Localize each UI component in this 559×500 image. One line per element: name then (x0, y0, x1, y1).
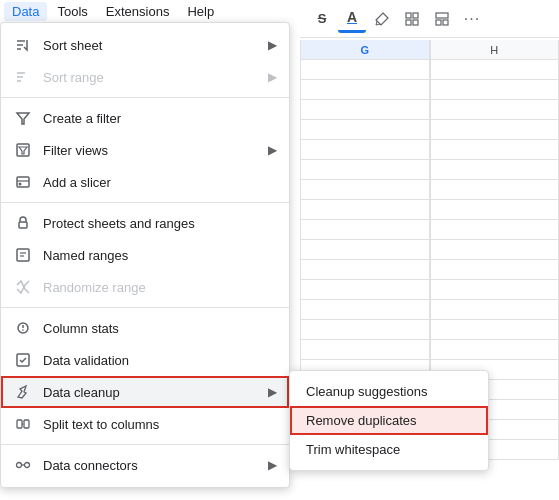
filter-icon (13, 108, 33, 128)
separator-2 (1, 202, 289, 203)
separator-1 (1, 97, 289, 98)
strikethrough-icon[interactable]: S (308, 5, 336, 33)
menu-item-tools[interactable]: Tools (49, 2, 95, 21)
svg-marker-15 (19, 147, 27, 154)
grid-cell (300, 300, 430, 319)
svg-rect-27 (17, 420, 22, 428)
grid-row (300, 300, 559, 320)
menu-add-slicer[interactable]: Add a slicer (1, 166, 289, 198)
split-text-label: Split text to columns (43, 417, 277, 432)
data-cleanup-label: Data cleanup (43, 385, 268, 400)
grid-row (300, 80, 559, 100)
sort-sheet-arrow: ▶ (268, 38, 277, 52)
column-headers: G H (300, 40, 559, 60)
grid-cell (430, 140, 560, 159)
data-connectors-arrow: ▶ (268, 458, 277, 472)
named-ranges-label: Named ranges (43, 248, 277, 263)
text-color-icon[interactable]: A (338, 5, 366, 33)
menu-data-connectors[interactable]: Data connectors ▶ (1, 449, 289, 481)
grid-cell (300, 320, 430, 339)
sort-range-arrow: ▶ (268, 70, 277, 84)
svg-rect-5 (436, 20, 441, 25)
menu-sort-sheet[interactable]: Sort sheet ▶ (1, 29, 289, 61)
grid-cell (430, 220, 560, 239)
menu-filter-views[interactable]: Filter views ▶ (1, 134, 289, 166)
grid-cell (300, 60, 430, 79)
remove-duplicates-label: Remove duplicates (306, 413, 417, 428)
grid-row (300, 320, 559, 340)
grid-cell (430, 320, 560, 339)
grid-cell (300, 220, 430, 239)
grid-row (300, 180, 559, 200)
create-filter-label: Create a filter (43, 111, 277, 126)
validation-icon (13, 350, 33, 370)
add-slicer-label: Add a slicer (43, 175, 277, 190)
data-validation-label: Data validation (43, 353, 277, 368)
filter-views-label: Filter views (43, 143, 268, 158)
grid-cell (300, 80, 430, 99)
grid-row (300, 200, 559, 220)
data-cleanup-submenu: Cleanup suggestions Remove duplicates Tr… (289, 370, 489, 471)
svg-rect-20 (17, 249, 29, 261)
merge-icon[interactable] (428, 5, 456, 33)
grid-cell (430, 240, 560, 259)
menu-item-extensions[interactable]: Extensions (98, 2, 178, 21)
data-dropdown-menu: Sort sheet ▶ Sort range ▶ Create a filte… (0, 22, 290, 488)
menu-column-stats[interactable]: Column stats (1, 312, 289, 344)
trim-whitespace-label: Trim whitespace (306, 442, 400, 457)
grid-cell (300, 200, 430, 219)
sort-range-icon (13, 67, 33, 87)
stats-icon (13, 318, 33, 338)
grid-cell (300, 340, 430, 359)
col-header-h: H (430, 40, 560, 59)
svg-rect-19 (19, 222, 27, 228)
menu-protect-sheets[interactable]: Protect sheets and ranges (1, 207, 289, 239)
sort-range-label: Sort range (43, 70, 268, 85)
grid-cell (430, 100, 560, 119)
svg-rect-28 (24, 420, 29, 428)
more-toolbar-icon[interactable]: ··· (458, 5, 486, 33)
submenu-cleanup-suggestions[interactable]: Cleanup suggestions (290, 377, 488, 406)
submenu-remove-duplicates[interactable]: Remove duplicates (290, 406, 488, 435)
submenu-trim-whitespace[interactable]: Trim whitespace (290, 435, 488, 464)
protect-sheets-label: Protect sheets and ranges (43, 216, 277, 231)
randomize-icon (13, 277, 33, 297)
separator-4 (1, 444, 289, 445)
svg-rect-4 (436, 13, 448, 18)
grid-cell (300, 120, 430, 139)
sort-sheet-label: Sort sheet (43, 38, 268, 53)
menu-item-data[interactable]: Data (4, 2, 47, 21)
svg-rect-2 (406, 20, 411, 25)
menu-create-filter[interactable]: Create a filter (1, 102, 289, 134)
grid-cell (300, 240, 430, 259)
borders-icon[interactable] (398, 5, 426, 33)
data-connectors-label: Data connectors (43, 458, 268, 473)
menubar: Data Tools Extensions Help (0, 0, 300, 22)
menu-data-cleanup[interactable]: Data cleanup ▶ Cleanup suggestions Remov… (1, 376, 289, 408)
svg-rect-6 (443, 20, 448, 25)
menu-item-help[interactable]: Help (179, 2, 222, 21)
grid-cell (300, 280, 430, 299)
grid-row (300, 60, 559, 80)
lock-icon (13, 213, 33, 233)
menu-randomize-range: Randomize range (1, 271, 289, 303)
svg-rect-3 (413, 20, 418, 25)
svg-marker-13 (17, 113, 29, 124)
grid-row (300, 240, 559, 260)
menu-data-validation[interactable]: Data validation (1, 344, 289, 376)
menu-sort-range: Sort range ▶ (1, 61, 289, 93)
svg-point-25 (22, 329, 24, 331)
named-ranges-icon (13, 245, 33, 265)
grid-cell (430, 120, 560, 139)
grid-cell (430, 80, 560, 99)
grid-cell (300, 140, 430, 159)
grid-cell (430, 280, 560, 299)
menu-named-ranges[interactable]: Named ranges (1, 239, 289, 271)
grid-cell (430, 180, 560, 199)
svg-rect-0 (406, 13, 411, 18)
data-cleanup-arrow: ▶ (268, 385, 277, 399)
grid-row (300, 100, 559, 120)
fill-color-icon[interactable] (368, 5, 396, 33)
menu-split-text[interactable]: Split text to columns (1, 408, 289, 440)
grid-cell (300, 160, 430, 179)
